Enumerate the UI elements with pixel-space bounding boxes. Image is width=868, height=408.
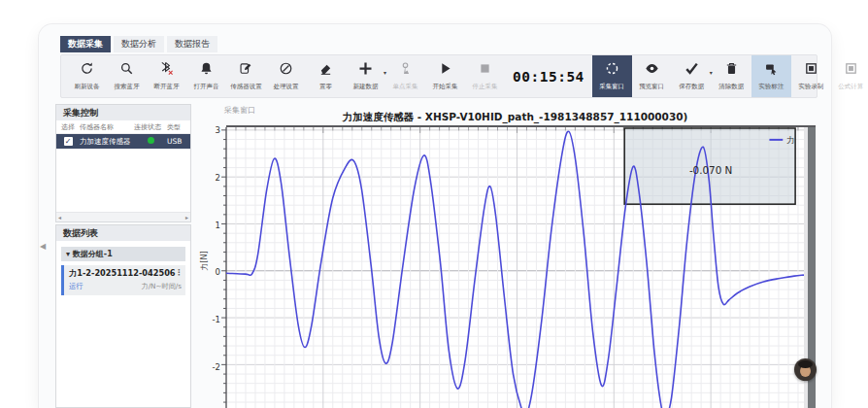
record-icon xyxy=(804,61,818,80)
avatar-hair-icon xyxy=(798,360,813,368)
tool-label: 公式计算 xyxy=(838,83,863,91)
tool-label: 搜索蓝牙 xyxy=(115,83,140,91)
preview-window-button[interactable]: 预览窗口 xyxy=(632,55,672,97)
tool-label: 清除数据 xyxy=(718,83,744,91)
data-group-label: 数据分组-1 xyxy=(73,250,113,258)
capture-timer: 00:15:54 xyxy=(505,55,592,97)
tab-data-capture[interactable]: 数据采集 xyxy=(60,36,111,52)
formula-icon xyxy=(844,61,858,80)
data-list-item[interactable]: 力1-2-20251112-042506 ⋮ 运行 力/N~时间/s xyxy=(61,265,185,295)
data-item-axes: 力/N~时间/s xyxy=(141,282,182,291)
stop-capture-button[interactable]: 停止采集 xyxy=(465,55,505,97)
dial-icon xyxy=(279,61,293,80)
tool-label: 采集窗口 xyxy=(599,83,624,91)
data-list-title: 数据列表 xyxy=(56,225,190,241)
data-item-status: 运行 xyxy=(69,282,83,291)
main-tabbar: 数据采集 数据分析 数据报告 xyxy=(60,36,217,52)
experiment-annotate-button[interactable]: 实验标注 xyxy=(751,55,791,97)
start-capture-button[interactable]: 开始采集 xyxy=(425,55,465,97)
zero-set-button[interactable]: 置零 xyxy=(306,55,346,97)
y-tick-label: 2 xyxy=(193,173,220,183)
bluetooth-off-icon xyxy=(159,61,174,80)
tool-label: 处理设置 xyxy=(274,83,299,91)
tool-label: 停止采集 xyxy=(473,83,498,91)
column-header: 类型 xyxy=(167,122,188,132)
search-bluetooth-button[interactable]: 搜索蓝牙 xyxy=(107,55,147,97)
chevron-down-icon: ▾ xyxy=(66,250,73,258)
scroll-right-icon[interactable]: ▸ xyxy=(185,214,188,221)
y-tick-label: -2 xyxy=(193,362,220,372)
sensor-settings-button[interactable]: 传感器设置 xyxy=(226,55,266,97)
sensor-icon xyxy=(239,61,253,80)
capture-control-title: 采集控制 xyxy=(56,105,190,120)
tool-label: 打开声音 xyxy=(194,83,219,91)
data-group-row[interactable]: ▾ 数据分组-1 xyxy=(61,247,185,261)
status-dot-icon xyxy=(148,137,154,144)
y-tick-label: 1 xyxy=(193,221,220,230)
scroll-left-icon[interactable]: ◂ xyxy=(58,214,61,221)
app-window: 数据采集 数据分析 数据报告 刷新设备搜索蓝牙断开蓝牙打开声音传感器设置处理设置… xyxy=(39,24,831,408)
tool-label: 断开蓝牙 xyxy=(154,83,180,91)
main-toolbar: 刷新设备搜索蓝牙断开蓝牙打开声音传感器设置处理设置置零新建数据▾单点采集开始采集… xyxy=(60,54,818,98)
tool-label: 实验标注 xyxy=(758,83,784,91)
check-icon xyxy=(684,61,699,80)
tool-label: 置零 xyxy=(319,83,332,91)
eraser-icon xyxy=(318,61,333,80)
capture-control-panel: 采集控制 选择传感器名称连接状态类型 ✓ 力加速度传感器 USB ◂ ▸ xyxy=(55,104,191,222)
eye-icon xyxy=(645,61,659,80)
tab-data-report[interactable]: 数据报告 xyxy=(167,36,217,52)
annotation-value: -0.070 N xyxy=(689,164,732,176)
tool-label: 实验录制 xyxy=(798,83,823,91)
experiment-record-button[interactable]: 实验录制 xyxy=(791,55,831,97)
column-header: 传感器名称 xyxy=(80,122,134,132)
tool-label: 开始采集 xyxy=(433,83,458,91)
sound-toggle-button[interactable]: 打开声音 xyxy=(186,55,226,97)
screenshot-root: { "window": { "tabs": [ {"label": "数据采集"… xyxy=(0,0,868,408)
panel-collapse-icon[interactable]: ◀ xyxy=(40,242,46,251)
hand-icon xyxy=(398,61,413,80)
tool-label: 预览窗口 xyxy=(639,83,664,91)
tool-label: 传感器设置 xyxy=(230,83,262,91)
refresh-device-button[interactable]: 刷新设备 xyxy=(67,55,107,97)
tool-label: 新建数据 xyxy=(353,83,379,91)
tool-label: 刷新设备 xyxy=(75,83,100,91)
capture-window-button[interactable]: 采集窗口 xyxy=(592,55,632,97)
sensor-table-header: 选择传感器名称连接状态类型 xyxy=(56,120,190,134)
single-point-capture-button[interactable]: 单点采集 xyxy=(385,55,425,97)
chart-title: 力加速度传感器 - XHSP-V10HID_path_-1981348857_1… xyxy=(226,111,804,124)
sensor-type: USB xyxy=(167,137,188,146)
sensor-checkbox[interactable]: ✓ xyxy=(64,137,73,146)
item-menu-icon[interactable]: ⋮ xyxy=(176,268,184,279)
y-tick-label: -1 xyxy=(193,315,220,324)
process-settings-button[interactable]: 处理设置 xyxy=(266,55,306,97)
plus-icon xyxy=(358,61,373,80)
clear-data-button[interactable]: 清除数据 xyxy=(712,55,751,97)
sensor-row[interactable]: ✓ 力加速度传感器 USB xyxy=(56,134,190,149)
disconnect-bluetooth-button[interactable]: 断开蓝牙 xyxy=(147,55,186,97)
refresh-icon xyxy=(80,61,94,80)
user-avatar[interactable] xyxy=(794,358,817,381)
data-item-title: 力1-2-20251112-042506 xyxy=(69,268,176,279)
dashed-circle-icon xyxy=(605,61,619,80)
new-data-button[interactable]: 新建数据▾ xyxy=(346,55,385,97)
save-data-button[interactable]: 保存数据▾ xyxy=(672,55,712,97)
y-tick-label: 3 xyxy=(193,125,220,135)
waveform-chart[interactable]: -0.070 N力 xyxy=(226,127,804,408)
play-icon xyxy=(438,61,452,80)
column-header: 选择 xyxy=(56,122,80,132)
sensor-table-hscrollbar[interactable]: ◂ ▸ xyxy=(56,212,190,221)
trash-icon xyxy=(724,61,739,80)
svg-text:力: 力 xyxy=(786,135,794,145)
search-icon xyxy=(119,61,134,80)
sensor-name: 力加速度传感器 xyxy=(80,137,134,147)
stop-icon xyxy=(478,61,492,80)
bell-icon xyxy=(199,61,214,80)
tool-label: 单点采集 xyxy=(393,83,418,91)
tag-icon xyxy=(764,61,779,80)
tab-data-analysis[interactable]: 数据分析 xyxy=(114,36,164,52)
y-axis-label: 力[N] xyxy=(199,242,210,281)
data-list-panel: 数据列表 ▾ 数据分组-1 力1-2-20251112-042506 ⋮ 运行 … xyxy=(55,224,191,408)
tool-label: 保存数据 xyxy=(679,83,704,91)
column-header: 连接状态 xyxy=(134,122,167,132)
formula-calc-button[interactable]: 公式计算 xyxy=(831,55,868,97)
